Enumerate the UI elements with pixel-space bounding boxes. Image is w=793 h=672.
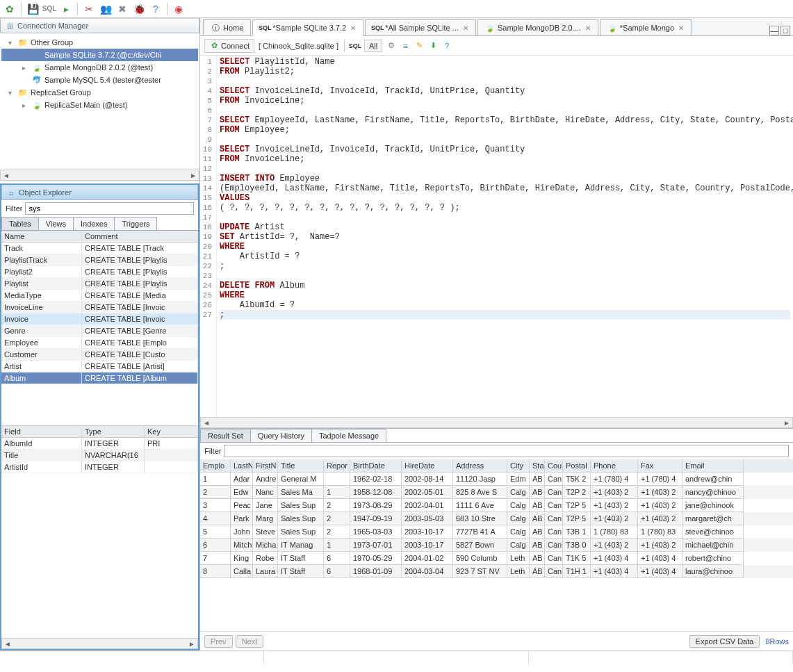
table-row[interactable]: PlaylistTrackCREATE TABLE [Playlis xyxy=(1,254,198,266)
tree-group[interactable]: ▾📁ReplicaSet Group xyxy=(1,86,198,99)
tree-group[interactable]: ▾📁Other Group xyxy=(1,36,198,49)
column-header[interactable]: Sta xyxy=(530,459,545,473)
sql-editor[interactable]: 1234567891011121314151617181920212223242… xyxy=(200,56,793,417)
result-row[interactable]: 6MitchMichaIT Manag11973-07-012003-10-17… xyxy=(200,539,793,552)
tools-icon[interactable]: ✖ xyxy=(115,2,129,16)
all-button[interactable]: All xyxy=(364,40,382,52)
table-row[interactable]: AlbumCREATE TABLE [Album xyxy=(1,372,198,384)
table-row[interactable]: MediaTypeCREATE TABLE [Media xyxy=(1,290,198,302)
filter-input[interactable] xyxy=(25,202,194,215)
conn-scrollbar[interactable]: ◄ ► xyxy=(0,170,199,181)
editor-tab[interactable]: 🍃*Sample Mongo✕ xyxy=(600,19,692,35)
result-row[interactable]: 4ParkMargSales Sup21947-09-192003-05-036… xyxy=(200,512,793,525)
edit-icon[interactable]: ✎ xyxy=(414,41,424,51)
editor-tab[interactable]: SQL*Sample SQLite 3.7.2✕ xyxy=(252,19,363,36)
column-header[interactable]: Postal xyxy=(563,459,591,473)
cut-icon[interactable]: ✂ xyxy=(82,2,96,16)
column-header[interactable]: BirthDate xyxy=(350,459,402,473)
column-header[interactable]: FirstN xyxy=(253,459,278,473)
table-row[interactable]: EmployeeCREATE TABLE [Emplo xyxy=(1,337,198,349)
tree-item[interactable]: ▣Sample SQLite 3.7.2 (@c:/dev/Chi xyxy=(1,49,198,61)
table-row[interactable]: GenreCREATE TABLE [Genre xyxy=(1,325,198,337)
sql-icon[interactable]: SQL xyxy=(42,2,56,16)
table-row[interactable]: InvoiceLineCREATE TABLE [Invoic xyxy=(1,302,198,313)
table-row[interactable]: PlaylistCREATE TABLE [Playlis xyxy=(1,278,198,290)
help-icon[interactable]: ? xyxy=(442,41,452,51)
tab-triggers[interactable]: Triggers xyxy=(114,217,157,230)
result-tabs: Result SetQuery HistoryTadpole Message xyxy=(200,429,793,443)
stop-icon[interactable]: ◉ xyxy=(172,2,186,16)
field-row[interactable]: ArtistIdINTEGER xyxy=(1,461,198,473)
column-header[interactable]: HireDate xyxy=(402,459,453,473)
maximize-icon[interactable]: □ xyxy=(780,26,790,35)
column-header[interactable]: Repor xyxy=(324,459,350,473)
close-icon[interactable]: ✕ xyxy=(585,24,591,32)
result-row[interactable]: 7KingRobeIT Staff61970-05-292004-01-0259… xyxy=(200,552,793,565)
column-header[interactable]: Email xyxy=(682,459,744,473)
editor-tab[interactable]: ⓘHome xyxy=(203,19,251,35)
export-csv-button[interactable]: Export CSV Data xyxy=(689,635,760,648)
column-header[interactable]: Phone xyxy=(591,459,638,473)
table-row[interactable]: TrackCREATE TABLE [Track xyxy=(1,243,198,254)
tab-views[interactable]: Views xyxy=(38,217,74,230)
tab-tables[interactable]: Tables xyxy=(1,217,39,230)
table-row[interactable]: Playlist2CREATE TABLE [Playlis xyxy=(1,266,198,278)
scroll-right-icon[interactable]: ► xyxy=(188,170,199,180)
column-header[interactable]: Fax xyxy=(638,459,682,473)
users-icon[interactable]: 👥 xyxy=(99,2,113,16)
column-header[interactable]: LastN xyxy=(231,459,253,473)
result-row[interactable]: 8CallaLauraIT Staff61968-01-092004-03-04… xyxy=(200,565,793,578)
scroll-left-icon[interactable]: ◄ xyxy=(1,170,12,180)
editor-tab[interactable]: 🍃Sample MongoDB 2.0....✕ xyxy=(477,19,598,35)
bug-icon[interactable]: 🐞 xyxy=(132,2,146,16)
table-row[interactable]: InvoiceCREATE TABLE [Invoic xyxy=(1,313,198,325)
connect-button[interactable]: ✿ Connect xyxy=(204,39,254,53)
gear-icon[interactable]: ⚙ xyxy=(386,41,396,51)
scroll-right-icon[interactable]: ► xyxy=(781,418,792,427)
download-icon[interactable]: ⬇ xyxy=(428,41,438,51)
result-filter-input[interactable] xyxy=(224,445,789,457)
column-header[interactable]: Cou xyxy=(545,459,563,473)
scroll-left-icon[interactable]: ◄ xyxy=(201,418,212,427)
column-header[interactable]: City xyxy=(507,459,530,473)
editor-scrollbar[interactable]: ◄ ► xyxy=(200,417,793,428)
result-row[interactable]: 3PeacJaneSales Sup21973-08-292002-04-011… xyxy=(200,499,793,512)
minimize-icon[interactable]: — xyxy=(769,26,779,35)
field-row[interactable]: TitleNVARCHAR(16 xyxy=(1,450,198,461)
result-tab[interactable]: Query History xyxy=(250,429,312,442)
table-row[interactable]: ArtistCREATE TABLE [Artist] xyxy=(1,361,198,372)
editor-tab[interactable]: SQL*All Sample SQLite ...✕ xyxy=(365,19,476,35)
result-tab[interactable]: Result Set xyxy=(200,429,251,442)
scroll-right-icon[interactable]: ► xyxy=(186,639,197,648)
col-name: Name xyxy=(1,231,82,242)
result-row[interactable]: 5JohnSteveSales Sup21965-03-032003-10-17… xyxy=(200,525,793,539)
fields-scrollbar[interactable]: ◄ ► xyxy=(1,638,198,649)
column-header[interactable]: Title xyxy=(278,459,324,473)
home-icon: ⓘ xyxy=(211,23,220,33)
connection-tree[interactable]: ▾📁Other Group▣Sample SQLite 3.7.2 (@c:/d… xyxy=(0,33,199,170)
result-row[interactable]: 2EdwNancSales Ma11958-12-082002-05-01825… xyxy=(200,486,793,499)
sql-icon[interactable]: SQL xyxy=(350,41,360,51)
field-row[interactable]: AlbumIdINTEGERPRI xyxy=(1,438,198,450)
save-icon[interactable]: 💾 xyxy=(26,2,40,16)
result-grid[interactable]: EmploLastNFirstNTitleReporBirthDateHireD… xyxy=(200,459,793,631)
result-row[interactable]: 1AdarAndreGeneral M1962-02-182002-08-141… xyxy=(200,473,793,486)
tab-indexes[interactable]: Indexes xyxy=(73,217,115,230)
tree-item[interactable]: 🐬Sample MySQL 5.4 (tester@tester xyxy=(1,74,198,86)
prev-button[interactable]: Prev xyxy=(204,635,233,648)
close-icon[interactable]: ✕ xyxy=(463,24,468,32)
column-header[interactable]: Address xyxy=(453,459,507,473)
result-tab[interactable]: Tadpole Message xyxy=(311,429,386,442)
run-icon[interactable]: ▸ xyxy=(59,2,73,16)
scroll-left-icon[interactable]: ◄ xyxy=(2,639,13,648)
tree-item[interactable]: ▸🍃Sample MongoDB 2.0.2 (@test) xyxy=(1,61,198,74)
connect-icon[interactable]: ✿ xyxy=(3,2,17,16)
format-icon[interactable]: ≡ xyxy=(400,41,410,51)
next-button[interactable]: Next xyxy=(236,635,264,648)
column-header[interactable]: Emplo xyxy=(200,459,231,473)
close-icon[interactable]: ✕ xyxy=(678,24,684,32)
tree-item[interactable]: ▸🍃ReplicaSet Main (@test) xyxy=(1,99,198,111)
help-icon[interactable]: ? xyxy=(149,2,163,16)
table-row[interactable]: CustomerCREATE TABLE [Custo xyxy=(1,349,198,361)
close-icon[interactable]: ✕ xyxy=(350,24,356,32)
